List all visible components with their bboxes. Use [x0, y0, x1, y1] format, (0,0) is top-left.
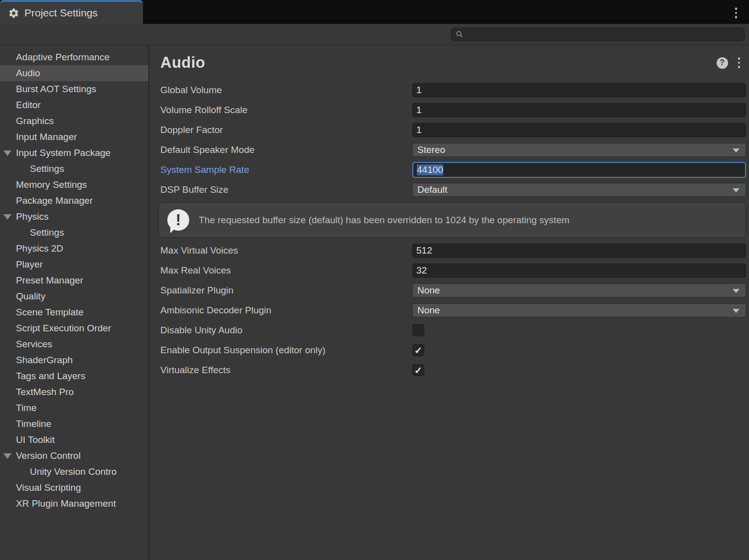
field-label: Volume Rolloff Scale: [160, 105, 412, 116]
checkbox-field: ✓: [412, 363, 746, 377]
sidebar-item-label: Adaptive Performance: [16, 52, 110, 63]
settings-rows-top: Global Volume1Volume Rolloff Scale1Doppl…: [149, 80, 749, 200]
max-virtual-voices-input[interactable]: 512: [412, 244, 746, 258]
sidebar-item-script-execution-order[interactable]: Script Execution Order: [0, 320, 148, 336]
sidebar-item-label: Tags and Layers: [16, 371, 85, 382]
kebab-menu-icon[interactable]: [734, 6, 739, 19]
sidebar-item-version-control[interactable]: Version Control: [0, 448, 148, 464]
ambisonic-decoder-plugin-dropdown[interactable]: None: [412, 303, 746, 317]
field-label: Enable Output Suspension (editor only): [160, 345, 412, 356]
field-label: Disable Unity Audio: [160, 325, 412, 336]
spatializer-plugin-dropdown[interactable]: None: [412, 283, 746, 297]
tab-project-settings[interactable]: Project Settings: [0, 0, 143, 24]
triangle-down-icon[interactable]: [3, 214, 11, 220]
sidebar-item-label: Audio: [16, 68, 40, 79]
sidebar-item-label: ShaderGraph: [16, 355, 73, 366]
sidebar-item-package-manager[interactable]: Package Manager: [0, 193, 148, 209]
sidebar-item-label: Visual Scripting: [16, 482, 81, 493]
sidebar-item-editor[interactable]: Editor: [0, 97, 148, 113]
settings-sidebar: Adaptive PerformanceAudioBurst AOT Setti…: [0, 45, 149, 560]
settings-row: Doppler Factor1: [149, 120, 749, 140]
sidebar-item-label: Unity Version Contro: [30, 466, 117, 477]
sidebar-item-input-manager[interactable]: Input Manager: [0, 129, 148, 145]
sidebar-item-label: Package Manager: [16, 195, 93, 206]
settings-rows-bottom: Max Virtual Voices512Max Real Voices32Sp…: [149, 241, 749, 380]
sidebar-item-physics[interactable]: Physics: [0, 209, 148, 225]
content-area: Adaptive PerformanceAudioBurst AOT Setti…: [0, 45, 749, 560]
sidebar-item-adaptive-performance[interactable]: Adaptive Performance: [0, 49, 148, 65]
tab-bar: Project Settings: [0, 0, 749, 24]
notice-text: The requested buffer size (default) has …: [199, 215, 569, 226]
sidebar-item-label: Quality: [16, 291, 45, 302]
sidebar-item-audio[interactable]: Audio: [0, 65, 148, 81]
search-input[interactable]: [451, 27, 745, 41]
sidebar-item-shadergraph[interactable]: ShaderGraph: [0, 352, 148, 368]
sidebar-item-settings[interactable]: Settings: [0, 225, 148, 241]
sidebar-item-label: Settings: [30, 227, 64, 238]
sidebar-item-input-system-package[interactable]: Input System Package: [0, 145, 148, 161]
triangle-down-icon[interactable]: [3, 453, 11, 459]
sidebar-item-preset-manager[interactable]: Preset Manager: [0, 273, 148, 288]
dropdown-value: None: [417, 305, 440, 316]
sidebar-item-quality[interactable]: Quality: [0, 288, 148, 304]
field-value: 512: [416, 245, 432, 256]
search-icon: [456, 30, 464, 38]
sidebar-item-label: Preset Manager: [16, 275, 83, 286]
settings-row: Enable Output Suspension (editor only)✓: [149, 340, 749, 360]
field-value: 1: [416, 85, 422, 96]
system-sample-rate-input[interactable]: 44100: [412, 162, 746, 178]
info-notice: ! The requested buffer size (default) ha…: [158, 202, 746, 238]
sidebar-item-timeline[interactable]: Timeline: [0, 416, 148, 432]
default-speaker-mode-dropdown[interactable]: Stereo: [412, 143, 746, 157]
checkbox-field: [412, 323, 746, 337]
triangle-down-icon[interactable]: [3, 150, 11, 156]
sidebar-item-graphics[interactable]: Graphics: [0, 113, 148, 129]
sidebar-item-memory-settings[interactable]: Memory Settings: [0, 177, 148, 193]
sidebar-item-ui-toolkit[interactable]: UI Toolkit: [0, 432, 148, 448]
sidebar-item-label: Memory Settings: [16, 179, 87, 190]
help-icon[interactable]: ?: [717, 57, 728, 69]
field-label: Spatializer Plugin: [160, 285, 412, 296]
global-volume-input[interactable]: 1: [412, 83, 746, 97]
settings-row: Disable Unity Audio: [149, 320, 749, 340]
sidebar-item-physics-2d[interactable]: Physics 2D: [0, 241, 148, 257]
sidebar-item-tags-and-layers[interactable]: Tags and Layers: [0, 368, 148, 384]
triangle-down-icon: [733, 289, 740, 293]
sidebar-item-scene-template[interactable]: Scene Template: [0, 304, 148, 320]
sidebar-item-unity-version-contro[interactable]: Unity Version Contro: [0, 464, 148, 480]
sidebar-item-label: Physics: [16, 211, 48, 222]
gear-icon: [8, 7, 19, 19]
checkmark-icon: ✓: [414, 346, 422, 355]
field-label: Ambisonic Decoder Plugin: [160, 305, 412, 316]
settings-row: Max Virtual Voices512: [149, 241, 749, 261]
settings-row: Virtualize Effects✓: [149, 360, 749, 380]
kebab-menu-icon[interactable]: [737, 56, 742, 69]
max-real-voices-input[interactable]: 32: [412, 264, 746, 278]
dsp-buffer-size-dropdown[interactable]: Default: [412, 183, 746, 197]
field-value: 1: [416, 105, 422, 116]
settings-row: Spatializer PluginNone: [149, 280, 749, 300]
sidebar-item-label: Scene Template: [16, 307, 84, 318]
settings-row: Max Real Voices32: [149, 261, 749, 280]
sidebar-item-label: Services: [16, 339, 52, 350]
sidebar-item-burst-aot-settings[interactable]: Burst AOT Settings: [0, 81, 148, 97]
tab-title: Project Settings: [24, 7, 98, 19]
sidebar-item-textmesh-pro[interactable]: TextMesh Pro: [0, 384, 148, 400]
panel-header: Audio ?: [149, 45, 749, 80]
info-bubble-icon: !: [167, 209, 189, 231]
field-label: Default Speaker Mode: [160, 144, 412, 155]
enable-output-suspension-editor-only-checkbox[interactable]: ✓: [412, 344, 424, 356]
sidebar-item-visual-scripting[interactable]: Visual Scripting: [0, 480, 148, 496]
help-glyph: ?: [720, 58, 725, 67]
sidebar-item-player[interactable]: Player: [0, 257, 148, 273]
doppler-factor-input[interactable]: 1: [412, 123, 746, 137]
sidebar-item-xr-plugin-management[interactable]: XR Plugin Management: [0, 496, 148, 512]
sidebar-item-services[interactable]: Services: [0, 336, 148, 352]
sidebar-item-time[interactable]: Time: [0, 400, 148, 416]
virtualize-effects-checkbox[interactable]: ✓: [412, 364, 424, 376]
dropdown-value: Stereo: [417, 144, 445, 155]
sidebar-item-settings[interactable]: Settings: [0, 161, 148, 177]
disable-unity-audio-checkbox[interactable]: [412, 324, 424, 336]
volume-rolloff-scale-input[interactable]: 1: [412, 103, 746, 117]
settings-row: Volume Rolloff Scale1: [149, 100, 749, 120]
